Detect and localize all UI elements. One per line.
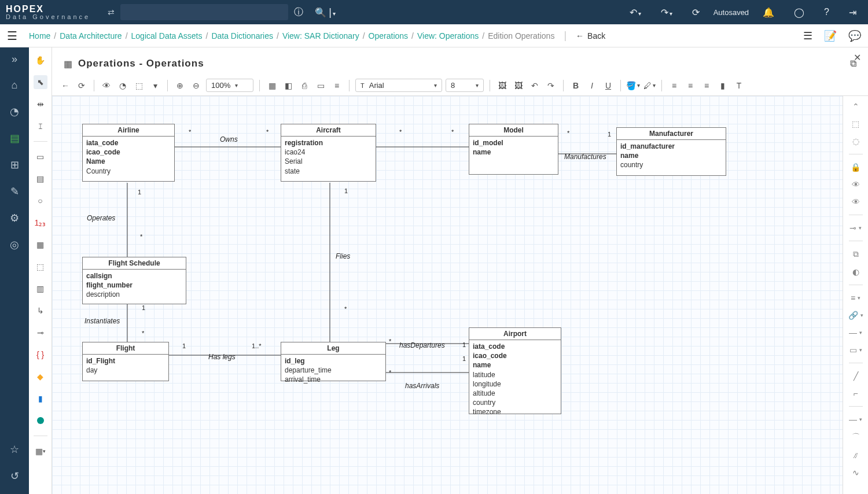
doc-tool-icon[interactable]: ▮ xyxy=(34,392,47,405)
swap-icon[interactable]: ⇄ xyxy=(108,8,115,17)
rail-link-icon[interactable]: 🔗 xyxy=(848,311,858,320)
layout-2-icon[interactable]: ◧ xyxy=(282,79,295,92)
relation-icon[interactable]: ⬚ xyxy=(34,260,47,274)
screenshot-icon[interactable]: ⬚ xyxy=(133,79,145,92)
img-2-icon[interactable]: 🖼 xyxy=(512,79,525,92)
rail-rotate-icon[interactable]: ◐ xyxy=(852,267,859,277)
dropdown-icon[interactable]: ▾ xyxy=(149,79,161,92)
rail-straight-icon[interactable]: ╱ xyxy=(854,371,858,381)
entity-airline[interactable]: Airline iata_codeicao_codeNameCountry xyxy=(82,124,175,182)
rail-bezier-icon[interactable]: ∿ xyxy=(852,468,859,477)
bc-sar-dictionary[interactable]: View: SAR Dictionary xyxy=(282,31,359,40)
list-tool-icon[interactable]: ▥ xyxy=(34,282,47,296)
user-icon[interactable]: ◯ xyxy=(794,7,804,18)
state-icon[interactable] xyxy=(34,414,47,427)
data-icon[interactable]: ▤ xyxy=(10,132,20,145)
underline-icon[interactable]: U xyxy=(602,79,615,92)
align-icon[interactable]: ≡ xyxy=(330,79,343,92)
hierarchy-icon[interactable]: ⊞ xyxy=(10,158,19,171)
rail-double-icon[interactable]: ⫽ xyxy=(852,451,860,460)
layout-1-icon[interactable]: ▦ xyxy=(266,79,278,92)
entity-flight[interactable]: Flight id_Flightday xyxy=(82,342,169,381)
menu-icon[interactable]: ☰ xyxy=(7,29,17,43)
align-left-icon[interactable]: ≡ xyxy=(668,79,681,92)
notifications-icon[interactable]: 🔔 xyxy=(763,7,774,18)
rail-box-icon[interactable]: ⬚ xyxy=(852,119,859,128)
bc-view-operations[interactable]: View: Operations xyxy=(417,31,479,40)
rail-ortho-icon[interactable]: ⌐ xyxy=(853,389,858,398)
nav-back-icon[interactable]: ← xyxy=(59,79,72,92)
layers-icon[interactable]: ◔ xyxy=(116,79,129,92)
img-1-icon[interactable]: 🖼 xyxy=(496,79,509,92)
rotate-left-icon[interactable]: ↶ xyxy=(528,79,541,92)
zoom-out-icon[interactable]: ⊖ xyxy=(190,79,203,92)
cycle-icon[interactable]: ◎ xyxy=(10,238,19,251)
rail-copy-icon[interactable]: ⧉ xyxy=(853,249,859,259)
folder-icon[interactable]: ▭ xyxy=(34,150,47,164)
select-tool-icon[interactable]: ⬉ xyxy=(34,75,47,89)
search-dropdown-icon[interactable]: |▾ xyxy=(329,6,336,19)
entity-icon[interactable]: ▤ xyxy=(34,172,47,186)
view-icon[interactable]: 👁 xyxy=(100,79,113,92)
grid-icon[interactable]: ▦ ▾ xyxy=(34,444,47,458)
bold-icon[interactable]: B xyxy=(569,79,582,92)
pan-tool-icon[interactable]: ✋ xyxy=(34,53,47,67)
comments-icon[interactable]: 💬 xyxy=(848,30,861,42)
refresh-icon[interactable]: ⟳ xyxy=(692,7,700,18)
rail-hide-icon[interactable]: 👁 xyxy=(852,180,860,189)
close-panel-icon[interactable]: ✕ xyxy=(854,52,861,63)
help-icon[interactable]: ? xyxy=(824,7,829,17)
rail-show-icon[interactable]: 👁 xyxy=(852,197,860,207)
undo-icon[interactable]: ↶▾ xyxy=(630,7,641,18)
entity-model[interactable]: Model id_modelname xyxy=(469,124,558,175)
diagram-canvas[interactable]: Owns Manufactures Operates Flies Instant… xyxy=(52,96,843,494)
arrow-tool-icon[interactable]: ↳ xyxy=(34,304,47,318)
rail-up-icon[interactable]: ⌃ xyxy=(852,102,859,111)
image-icon[interactable]: ▭ xyxy=(314,79,327,92)
search-icon[interactable]: 🔍 xyxy=(315,7,326,18)
entity-leg[interactable]: Leg id_legdeparture_timearrival_time xyxy=(281,342,386,381)
entity-airport[interactable]: Airport iata_codeicao_codenamelatitudelo… xyxy=(469,327,561,414)
nav-refresh-icon[interactable]: ⟳ xyxy=(75,79,88,92)
rotate-right-icon[interactable]: ↷ xyxy=(545,79,557,92)
logout-icon[interactable]: ⇥ xyxy=(849,7,856,18)
text-style-icon[interactable]: T xyxy=(733,79,745,92)
process-icon[interactable]: ⚙ xyxy=(10,212,19,224)
search-input[interactable] xyxy=(120,4,288,20)
italic-icon[interactable]: I xyxy=(586,79,598,92)
rail-layer-icon[interactable]: ≡ xyxy=(851,293,855,303)
entity-flight-schedule[interactable]: Flight Schedule callsignflight_numberdes… xyxy=(82,257,186,304)
history-icon[interactable]: ↺ xyxy=(10,470,19,482)
text-tool-icon[interactable]: 𝙸 xyxy=(34,119,47,133)
home-icon[interactable]: ⌂ xyxy=(12,79,18,91)
number-tool-icon[interactable]: 1₂₃ xyxy=(34,216,47,230)
font-select[interactable]: TArial▾ xyxy=(355,79,442,92)
rail-curve-icon[interactable]: ⌒ xyxy=(852,432,860,443)
braces-icon[interactable]: { } xyxy=(34,348,47,362)
bc-home[interactable]: Home xyxy=(29,31,50,40)
rail-style-icon[interactable]: — xyxy=(849,415,857,424)
entity-manufacturer[interactable]: Manufacturer id_manufacturernamecountry xyxy=(616,127,726,176)
font-size-select[interactable]: 8▾ xyxy=(446,79,484,92)
align-right-icon[interactable]: ≡ xyxy=(700,79,713,92)
list-icon[interactable]: ☰ xyxy=(803,30,812,42)
favorites-icon[interactable]: ☆ xyxy=(10,443,19,456)
bc-logical-assets[interactable]: Logical Data Assets xyxy=(131,31,203,40)
rail-line2-icon[interactable]: ▭ xyxy=(849,345,857,355)
info-icon[interactable]: ⓘ xyxy=(294,6,303,19)
entity-aircraft[interactable]: Aircraft registrationicao24Serialstate xyxy=(281,124,376,182)
bc-data-architecture[interactable]: Data Architecture xyxy=(60,31,122,40)
expand-sidebar-icon[interactable]: » xyxy=(12,53,17,65)
edit-icon[interactable]: ✎ xyxy=(10,185,19,198)
bc-operations[interactable]: Operations xyxy=(369,31,408,40)
dashboard-icon[interactable]: ◔ xyxy=(10,105,19,118)
note-tool-icon[interactable]: ◆ xyxy=(34,370,47,384)
table-icon[interactable]: ▦ xyxy=(34,238,47,252)
print-icon[interactable]: ⎙ xyxy=(298,79,311,92)
align-center-icon[interactable]: ≡ xyxy=(684,79,697,92)
redo-icon[interactable]: ↷▾ xyxy=(661,7,672,18)
rail-lock-icon[interactable]: 🔒 xyxy=(851,163,860,172)
note-icon[interactable]: 📝 xyxy=(824,30,837,42)
bc-data-dictionaries[interactable]: Data Dictionaries xyxy=(211,31,273,40)
rail-dashed-icon[interactable]: ◌ xyxy=(852,137,859,146)
